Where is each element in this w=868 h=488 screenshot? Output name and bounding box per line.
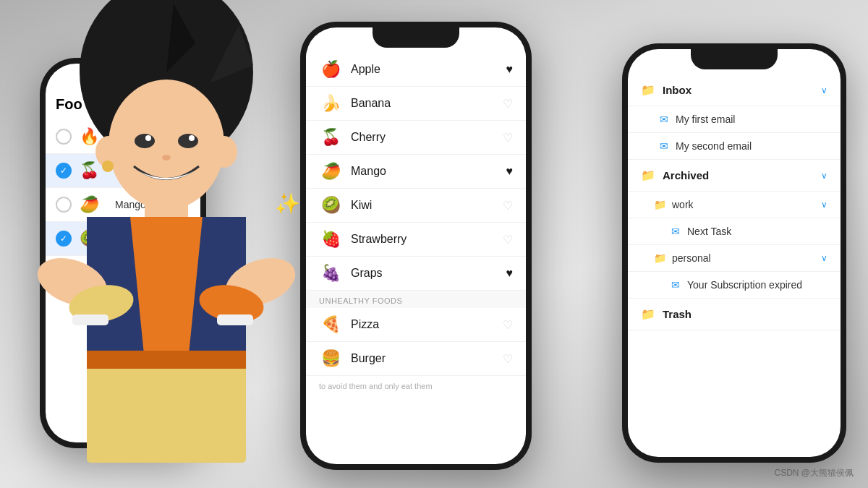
email-name-second: My second email: [676, 140, 752, 152]
inbox-folder-name: Inbox: [663, 84, 692, 96]
item-icon-4: 🥝: [77, 229, 101, 248]
mango-icon: 🥭: [319, 162, 342, 181]
item-text-2: Cher: [115, 165, 137, 176]
archived-folder-left: 📁 Archived: [641, 168, 709, 182]
checkbox-empty-3[interactable]: [56, 197, 72, 213]
fruit-item-mango[interactable]: 🥭 Mango ♥: [306, 155, 526, 189]
phone-right: 📁 Inbox ∨ ✉ My first email ✉ My second e…: [622, 43, 846, 463]
pizza-heart[interactable]: ♡: [503, 318, 513, 332]
item-text-3: Mango: [115, 199, 146, 210]
archived-folder-icon: 📁: [641, 168, 655, 182]
fruit-item-strawberry[interactable]: 🍓 Strawberry ♡: [306, 223, 526, 257]
email-item-nexttask[interactable]: ✉ Next Task: [628, 218, 841, 245]
burger-label: Burger: [351, 352, 503, 365]
work-folder-name: work: [672, 199, 694, 210]
trash-folder-icon: 📁: [641, 307, 655, 321]
unhealthy-header: UNHEALTHY FOODS: [306, 291, 526, 308]
work-chevron-icon[interactable]: ∨: [821, 200, 827, 210]
work-folder-left: 📁 work: [654, 199, 694, 210]
fruit-item-cherry[interactable]: 🍒 Cherry ♡: [306, 121, 526, 155]
inbox-folder-left: 📁 Inbox: [641, 83, 692, 97]
grapes-heart[interactable]: ♥: [506, 267, 514, 280]
item-text-1: B: [115, 131, 122, 142]
personal-subfolder[interactable]: 📁 personal ∨: [628, 245, 841, 272]
stars-decoration: ✨: [275, 192, 300, 215]
strawberry-heart[interactable]: ♡: [503, 233, 513, 247]
trash-folder-name: Trash: [663, 308, 692, 320]
phone-mid: 🍎 Apple ♥ 🍌 Banana ♡ 🍒 Cherry ♡ 🥭 Mango …: [300, 22, 532, 470]
fruit-item-kiwi[interactable]: 🥝 Kiwi ♡: [306, 189, 526, 223]
inbox-folder-icon: 📁: [641, 83, 655, 97]
fruit-item-grapes[interactable]: 🍇 Graps ♥: [306, 257, 526, 291]
item-icon-2: 🍒: [77, 161, 101, 180]
email-envelope-2: ✉: [660, 140, 668, 152]
archived-chevron-icon[interactable]: ∨: [821, 171, 827, 181]
personal-folder-icon: 📁: [654, 252, 666, 264]
fruit-item-burger[interactable]: 🍔 Burger ♡: [306, 342, 526, 376]
notch-right: [691, 49, 778, 69]
left-title: Foo: [46, 89, 200, 120]
trash-folder-left: 📁 Trash: [641, 307, 692, 321]
email-envelope-1: ✉: [660, 114, 668, 125]
kiwi-icon: 🥝: [319, 196, 342, 215]
left-item-3[interactable]: 🥭 Mango: [46, 188, 200, 222]
grapes-icon: 🍇: [319, 264, 342, 283]
notch-mid: [373, 27, 459, 48]
archived-folder-name: Archived: [663, 169, 709, 181]
fruit-item-apple[interactable]: 🍎 Apple ♥: [306, 53, 526, 87]
inbox-folder[interactable]: 📁 Inbox ∨: [628, 74, 841, 106]
email-envelope-nexttask: ✉: [671, 226, 680, 237]
grapes-label: Graps: [351, 267, 506, 280]
personal-folder-name: personal: [672, 252, 711, 264]
burger-heart[interactable]: ♡: [503, 352, 513, 366]
cherry-heart[interactable]: ♡: [503, 131, 513, 145]
banana-label: Banana: [351, 97, 503, 110]
email-list-content: 📁 Inbox ∨ ✉ My first email ✉ My second e…: [628, 49, 841, 330]
left-item-4[interactable]: ✓ 🥝 Ki: [46, 222, 200, 256]
mango-heart[interactable]: ♥: [506, 165, 514, 178]
watermark: CSDN @大熊猫侯佩: [774, 467, 854, 479]
email-item-first[interactable]: ✉ My first email: [628, 106, 841, 133]
mango-label: Mango: [351, 165, 506, 178]
archived-folder[interactable]: 📁 Archived ∨: [628, 160, 841, 192]
cherry-label: Cherry: [351, 131, 503, 144]
trash-folder[interactable]: 📁 Trash: [628, 299, 841, 330]
fruit-item-banana[interactable]: 🍌 Banana ♡: [306, 87, 526, 121]
checkbox-filled-4[interactable]: ✓: [56, 231, 72, 247]
notch-left: [80, 64, 166, 84]
item-icon-1: 🔥: [77, 127, 101, 146]
email-name-first: My first email: [676, 114, 735, 125]
pizza-label: Pizza: [351, 318, 503, 331]
footer-text: to avoid them and only eat them: [306, 376, 526, 396]
phone-left: Foo 🔥 B ✓ 🍒 Cher 🥭 Mango ✓ 🥝 Ki: [40, 58, 206, 448]
left-phone-content: Foo 🔥 B ✓ 🍒 Cher 🥭 Mango ✓ 🥝 Ki: [46, 64, 200, 256]
strawberry-label: Strawberry: [351, 233, 503, 246]
item-icon-3: 🥭: [77, 195, 101, 214]
email-item-subscription[interactable]: ✉ Your Subscription expired: [628, 272, 841, 299]
personal-chevron-icon[interactable]: ∨: [821, 253, 827, 263]
banana-heart[interactable]: ♡: [503, 97, 513, 111]
fruit-list-content: 🍎 Apple ♥ 🍌 Banana ♡ 🍒 Cherry ♡ 🥭 Mango …: [306, 27, 526, 396]
apple-heart[interactable]: ♥: [506, 63, 514, 76]
email-item-second[interactable]: ✉ My second email: [628, 133, 841, 160]
pizza-icon: 🍕: [319, 315, 342, 334]
checkbox-filled-2[interactable]: ✓: [56, 163, 72, 179]
burger-icon: 🍔: [319, 349, 342, 368]
left-item-2[interactable]: ✓ 🍒 Cher: [46, 154, 200, 188]
cherry-icon: 🍒: [319, 128, 342, 147]
apple-icon: 🍎: [319, 60, 342, 79]
strawberry-icon: 🍓: [319, 230, 342, 249]
inbox-chevron-icon[interactable]: ∨: [821, 85, 827, 95]
banana-icon: 🍌: [319, 94, 342, 113]
apple-label: Apple: [351, 63, 506, 76]
item-text-4: Ki: [115, 233, 124, 244]
kiwi-heart[interactable]: ♡: [503, 199, 513, 213]
checkbox-empty-1[interactable]: [56, 129, 72, 145]
personal-folder-left: 📁 personal: [654, 252, 711, 264]
work-folder-icon: 📁: [654, 199, 666, 210]
fruit-item-pizza[interactable]: 🍕 Pizza ♡: [306, 308, 526, 342]
email-name-nexttask: Next Task: [687, 226, 731, 237]
work-subfolder[interactable]: 📁 work ∨: [628, 192, 841, 218]
left-item-1[interactable]: 🔥 B: [46, 120, 200, 154]
email-envelope-subscription: ✉: [671, 279, 680, 291]
